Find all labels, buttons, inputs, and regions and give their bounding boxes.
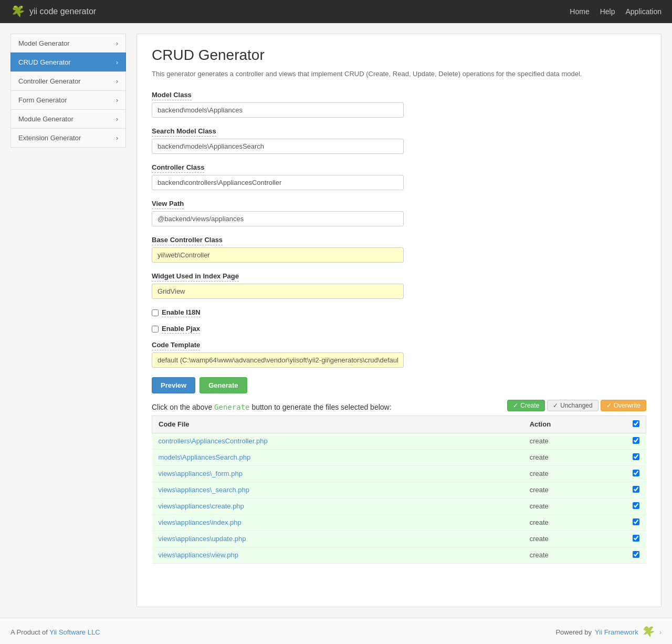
generate-button[interactable]: Generate <box>200 377 247 393</box>
sidebar-item-model-generator[interactable]: Model Generator › <box>10 34 126 53</box>
model-class-group: Model Class <box>152 91 646 118</box>
nav-help[interactable]: Help <box>600 7 615 16</box>
footer-yii-framework-link[interactable]: Yii Framework <box>595 628 638 636</box>
row-checkbox[interactable] <box>633 470 639 476</box>
sidebar-item-extension-generator[interactable]: Extension Generator › <box>10 128 126 148</box>
legend-overwrite-label: Overwrite <box>614 402 640 409</box>
nav-home[interactable]: Home <box>570 7 589 16</box>
generate-info-row: Click on the above Generate button to ge… <box>152 403 646 411</box>
row-checkbox-cell <box>626 465 646 482</box>
footer-yii-software-link[interactable]: Yii Software LLC <box>49 628 100 636</box>
row-checkbox[interactable] <box>633 551 639 558</box>
row-checkbox-cell <box>626 498 646 514</box>
table-row: controllers\AppliancesController.php cre… <box>152 433 646 449</box>
generate-keyword: Generate <box>214 403 249 411</box>
model-class-input[interactable] <box>152 102 404 118</box>
enable-i18n-group: Enable I18N <box>152 308 646 317</box>
row-checkbox[interactable] <box>633 437 639 444</box>
table-row: models\AppliancesSearch.php create <box>152 449 646 465</box>
chevron-right-icon: › <box>116 116 118 123</box>
file-link[interactable]: views\appliances\_form.php <box>159 470 243 477</box>
enable-pjax-label: Enable Pjax <box>162 325 200 334</box>
row-checkbox-cell <box>626 531 646 547</box>
legend-unchanged-label: Unchanged <box>560 402 592 409</box>
file-link[interactable]: views\appliances\update.php <box>159 535 246 543</box>
file-link[interactable]: views\appliances\view.php <box>159 551 238 559</box>
row-checkbox[interactable] <box>633 518 639 525</box>
file-link[interactable]: views\appliances\index.php <box>159 518 242 526</box>
action-cell: create <box>523 531 626 547</box>
footer-yii-icon <box>642 625 656 639</box>
content-area: CRUD Generator This generator generates … <box>136 34 662 607</box>
table-row: views\appliances\_search.php create <box>152 482 646 498</box>
footer-arrow-icon: › <box>659 628 662 636</box>
footer-powered-text: Powered by <box>555 628 592 636</box>
action-cell: create <box>523 514 626 531</box>
legend-unchanged-button[interactable]: ✓ Unchanged <box>547 400 598 411</box>
row-checkbox-cell <box>626 433 646 449</box>
file-link[interactable]: controllers\AppliancesController.php <box>159 437 268 445</box>
select-all-checkbox[interactable] <box>633 420 639 427</box>
row-checkbox[interactable] <box>633 502 639 509</box>
file-link[interactable]: views\appliances\_search.php <box>159 486 249 494</box>
file-cell: models\AppliancesSearch.php <box>152 449 523 465</box>
chevron-right-icon: › <box>116 78 118 85</box>
sidebar-item-label: CRUD Generator <box>18 58 71 66</box>
legend-overwrite-button[interactable]: ✓ Overwrite <box>601 400 646 411</box>
table-row: views\appliances\_form.php create <box>152 465 646 482</box>
view-path-label: View Path <box>152 200 184 209</box>
code-template-input[interactable] <box>152 352 404 368</box>
search-model-class-group: Search Model Class <box>152 127 646 154</box>
view-path-input[interactable] <box>152 211 404 226</box>
row-checkbox[interactable] <box>633 453 639 460</box>
chevron-right-icon: › <box>116 134 118 142</box>
legend-create-label: Create <box>520 402 539 409</box>
base-controller-label: Base Controller Class <box>152 236 223 245</box>
logo: yii code generator <box>10 4 96 19</box>
footer-left-text: A Product of <box>10 628 48 636</box>
action-cell: create <box>523 449 626 465</box>
row-checkbox[interactable] <box>633 486 639 493</box>
preview-button[interactable]: Preview <box>152 377 195 393</box>
row-checkbox-cell <box>626 514 646 531</box>
sidebar-item-form-generator[interactable]: Form Generator › <box>10 90 126 109</box>
action-cell: create <box>523 433 626 449</box>
action-cell: create <box>523 498 626 514</box>
code-template-label: Code Template <box>152 341 200 350</box>
sidebar-item-module-generator[interactable]: Module Generator › <box>10 109 126 128</box>
enable-i18n-checkbox[interactable] <box>152 309 159 316</box>
legend-create-button[interactable]: ✓ Create <box>507 400 545 411</box>
file-cell: controllers\AppliancesController.php <box>152 433 523 449</box>
search-model-class-input[interactable] <box>152 139 404 154</box>
sidebar-item-label: Extension Generator <box>18 134 81 142</box>
row-checkbox-cell <box>626 547 646 563</box>
sidebar-item-controller-generator[interactable]: Controller Generator › <box>10 71 126 90</box>
col-code-file: Code File <box>152 416 523 433</box>
sidebar-item-crud-generator[interactable]: CRUD Generator › <box>10 53 126 71</box>
generate-info-end: button to generate the files selected be… <box>251 403 391 411</box>
file-cell: views\appliances\update.php <box>152 531 523 547</box>
file-link[interactable]: models\AppliancesSearch.php <box>159 453 251 461</box>
generate-info-start: Click on the above <box>152 403 212 411</box>
chevron-right-icon: › <box>116 40 118 47</box>
header-nav: Home Help Application <box>570 7 662 16</box>
header-title: yii code generator <box>29 7 96 16</box>
sidebar: Model Generator › CRUD Generator › Contr… <box>10 34 126 607</box>
enable-pjax-checkbox[interactable] <box>152 326 159 333</box>
file-cell: views\appliances\view.php <box>152 547 523 563</box>
sidebar-item-label: Controller Generator <box>18 77 81 85</box>
code-template-group: Code Template <box>152 341 646 368</box>
base-controller-input[interactable] <box>152 247 404 263</box>
widget-input[interactable] <box>152 284 404 299</box>
col-checkbox-header <box>626 416 646 433</box>
view-path-group: View Path <box>152 200 646 226</box>
controller-class-input[interactable] <box>152 175 404 190</box>
file-cell: views\appliances\create.php <box>152 498 523 514</box>
nav-application[interactable]: Application <box>626 7 662 16</box>
file-table: Code File Action controllers\AppliancesC… <box>152 416 646 564</box>
model-class-label: Model Class <box>152 91 192 100</box>
file-link[interactable]: views\appliances\create.php <box>159 502 244 510</box>
row-checkbox[interactable] <box>633 535 639 542</box>
footer-left: A Product of Yii Software LLC <box>10 628 100 636</box>
table-row: views\appliances\index.php create <box>152 514 646 531</box>
